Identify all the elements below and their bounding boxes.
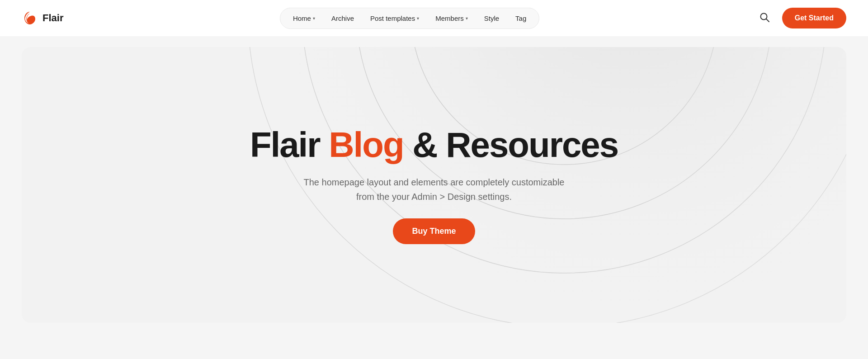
post-templates-chevron-icon: ▾ (417, 16, 419, 21)
nav-item-home-label: Home (293, 14, 311, 22)
site-header: Flair Home ▾ Archive Post templates ▾ Me… (0, 0, 868, 36)
hero-title: Flair Blog & Resources (250, 126, 618, 165)
nav-item-members[interactable]: Members ▾ (428, 11, 475, 26)
home-chevron-icon: ▾ (313, 16, 315, 21)
nav-item-post-templates[interactable]: Post templates ▾ (363, 11, 426, 26)
hero-title-accent: Blog (329, 125, 403, 165)
logo-text: Flair (42, 12, 63, 24)
members-chevron-icon: ▾ (466, 16, 468, 21)
nav-item-archive[interactable]: Archive (324, 11, 361, 26)
buy-theme-button[interactable]: Buy Theme (393, 218, 475, 244)
header-right: Get Started (756, 8, 846, 28)
get-started-button[interactable]: Get Started (782, 8, 846, 28)
hero-title-part2: & Resources (404, 125, 618, 165)
nav-item-style[interactable]: Style (477, 11, 506, 26)
nav-item-home[interactable]: Home ▾ (286, 11, 322, 26)
nav-item-style-label: Style (484, 14, 499, 22)
hero-content: Flair Blog & Resources The homepage layo… (232, 99, 636, 272)
search-button[interactable] (756, 9, 773, 28)
hero-section: Flair Blog & Resources The homepage layo… (0, 36, 868, 341)
flair-logo-icon (22, 10, 38, 26)
search-icon (760, 12, 769, 22)
hero-title-part1: Flair (250, 125, 329, 165)
nav-item-members-label: Members (435, 14, 464, 22)
nav-item-archive-label: Archive (331, 14, 354, 22)
svg-line-1 (766, 19, 769, 22)
logo-area[interactable]: Flair (22, 10, 63, 26)
nav-item-tag-label: Tag (515, 14, 526, 22)
nav-item-tag[interactable]: Tag (508, 11, 533, 26)
main-nav: Home ▾ Archive Post templates ▾ Members … (280, 8, 539, 29)
hero-card: Flair Blog & Resources The homepage layo… (22, 47, 846, 323)
hero-subtitle: The homepage layout and elements are com… (294, 175, 574, 204)
nav-item-post-templates-label: Post templates (370, 14, 415, 22)
